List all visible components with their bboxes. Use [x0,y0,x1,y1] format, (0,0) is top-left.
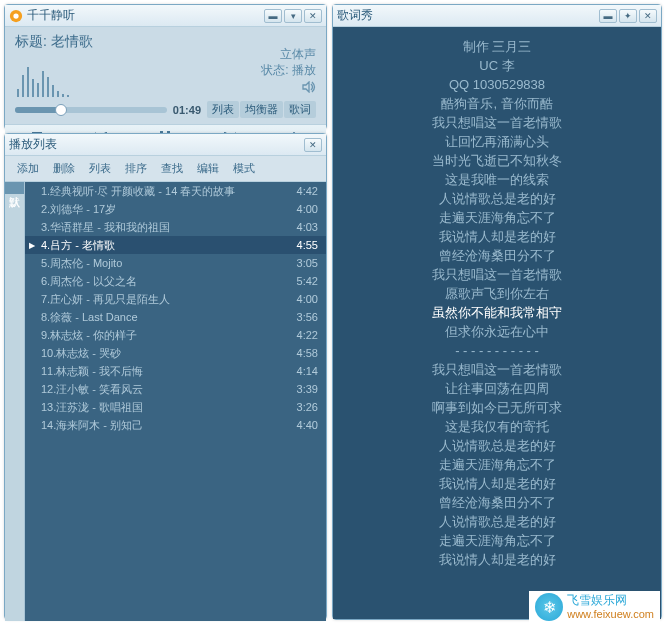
lyric-line: 这是我唯一的线索 [339,170,655,189]
track-row[interactable]: 12.汪小敏 - 笑看风云3:39 [25,380,326,398]
track-row[interactable]: 8.徐薇 - Last Dance3:56 [25,308,326,326]
menu-item[interactable]: 查找 [157,160,187,177]
track-name: 1.经典视听·尽 开颜收藏 - 14 春天的故事 [41,184,291,199]
tab-lyrics[interactable]: 歌词 [284,101,316,118]
track-row[interactable]: 14.海来阿木 - 别知己4:40 [25,416,326,434]
lyric-line: 我说情人却是老的好 [339,227,655,246]
track-row[interactable]: 13.汪苏泷 - 歌唱祖国3:26 [25,398,326,416]
lyrics-pin-button[interactable]: ✦ [619,9,637,23]
track-row[interactable]: 10.林志炫 - 哭砂4:58 [25,344,326,362]
track-name: 11.林志颖 - 我不后悔 [41,364,291,379]
track-duration: 5:42 [297,275,318,287]
track-name: 8.徐薇 - Last Dance [41,310,291,325]
lyric-line: 让回忆再涌满心头 [339,132,655,151]
lyric-line: 我说情人却是老的好 [339,474,655,493]
track-row[interactable]: 1.经典视听·尽 开颜收藏 - 14 春天的故事4:42 [25,182,326,200]
track-duration: 4:58 [297,347,318,359]
app-title: 千千静听 [27,7,264,24]
track-name: 2.刘德华 - 17岁 [41,202,291,217]
menu-item[interactable]: 模式 [229,160,259,177]
menu-item[interactable]: 排序 [121,160,151,177]
lyric-line: 愿歌声飞到你左右 [339,284,655,303]
lyric-line: 酷狗音乐, 音你而酷 [339,94,655,113]
player-titlebar[interactable]: 千千静听 ▬ ▾ ✕ [5,5,326,27]
lyric-line: 我说情人却是老的好 [339,550,655,569]
track-duration: 4:40 [297,419,318,431]
track-duration: 3:26 [297,401,318,413]
track-duration: 4:00 [297,293,318,305]
lyric-line: 人说情歌总是老的好 [339,512,655,531]
lyric-line: 啊事到如今已无所可求 [339,398,655,417]
menu-item[interactable]: 编辑 [193,160,223,177]
spectrum-visualizer [15,59,261,97]
tab-playlist[interactable]: 列表 [207,101,239,118]
minimize-button[interactable]: ▬ [264,9,282,23]
playlist-close-button[interactable]: ✕ [304,138,322,152]
progress-slider[interactable] [15,107,167,113]
lyric-line: 曾经沧海桑田分不了 [339,246,655,265]
watermark: ❄ 飞雪娱乐网 www.feixuew.com [529,591,660,623]
track-name: 12.汪小敏 - 笑看风云 [41,382,291,397]
track-row[interactable]: 3.华语群星 - 我和我的祖国4:03 [25,218,326,236]
time-display: 01:49 [173,104,201,116]
track-duration: 4:14 [297,365,318,377]
tray-button[interactable]: ▾ [284,9,302,23]
track-name: 3.华语群星 - 我和我的祖国 [41,220,291,235]
playlist-title: 播放列表 [9,136,304,153]
track-row[interactable]: 6.周杰伦 - 以父之名5:42 [25,272,326,290]
menu-item[interactable]: 添加 [13,160,43,177]
lyric-line: 但求你永远在心中 [339,322,655,341]
lyric-line: 人说情歌总是老的好 [339,189,655,208]
lyrics-min-button[interactable]: ▬ [599,9,617,23]
watermark-url: www.feixuew.com [567,607,654,621]
track-name: 13.汪苏泷 - 歌唱祖国 [41,400,291,415]
menu-item[interactable]: 删除 [49,160,79,177]
lyrics-close-button[interactable]: ✕ [639,9,657,23]
track-duration: 3:05 [297,257,318,269]
svg-point-1 [13,13,18,18]
track-name: 7.庄心妍 - 再见只是陌生人 [41,292,291,307]
track-duration: 4:03 [297,221,318,233]
menu-item[interactable]: 列表 [85,160,115,177]
track-name: 5.周杰伦 - Mojito [41,256,291,271]
track-row[interactable]: 7.庄心妍 - 再见只是陌生人4:00 [25,290,326,308]
lyric-line: - - - - - - - - - - - [339,341,655,360]
lyric-line: 曾经沧海桑田分不了 [339,493,655,512]
player-window: 千千静听 ▬ ▾ ✕ 标题: 老情歌 立体声 状态: 播放 01:49 列表 均… [4,4,327,130]
volume-icon[interactable] [302,81,316,93]
lyric-line: 当时光飞逝已不知秋冬 [339,151,655,170]
playlist-titlebar[interactable]: 播放列表 ✕ [5,134,326,156]
track-row[interactable]: 9.林志炫 - 你的样子4:22 [25,326,326,344]
track-row[interactable]: 5.周杰伦 - Mojito3:05 [25,254,326,272]
status-label: 状态: 播放 [261,62,316,78]
track-duration: 4:55 [297,239,318,251]
watermark-icon: ❄ [535,593,563,621]
playlist-side-tab[interactable]: 默认 [5,182,25,621]
track-name: 4.吕方 - 老情歌 [41,238,291,253]
lyrics-title: 歌词秀 [337,7,599,24]
track-name: 6.周杰伦 - 以父之名 [41,274,291,289]
track-duration: 3:56 [297,311,318,323]
watermark-name: 飞雪娱乐网 [567,593,654,607]
lyrics-titlebar[interactable]: 歌词秀 ▬ ✦ ✕ [333,5,661,27]
track-row[interactable]: 2.刘德华 - 17岁4:00 [25,200,326,218]
lyric-line: UC 李 [339,56,655,75]
lyric-line: 让往事回荡在四周 [339,379,655,398]
lyric-line: 走遍天涯海角忘不了 [339,208,655,227]
lyric-line: 虽然你不能和我常相守 [339,303,655,322]
track-row[interactable]: 4.吕方 - 老情歌4:55 [25,236,326,254]
tab-equalizer[interactable]: 均衡器 [240,101,283,118]
track-row[interactable]: 11.林志颖 - 我不后悔4:14 [25,362,326,380]
panel-tabs: 列表 均衡器 歌词 [207,101,316,118]
close-button[interactable]: ✕ [304,9,322,23]
lyric-line: 我只想唱这一首老情歌 [339,113,655,132]
app-logo-icon [9,9,23,23]
playlist-menubar: 添加删除列表排序查找编辑模式 [5,156,326,182]
lyric-line: 走遍天涯海角忘不了 [339,455,655,474]
track-duration: 4:00 [297,203,318,215]
stereo-label: 立体声 [261,46,316,62]
lyric-line: 走遍天涯海角忘不了 [339,531,655,550]
lyric-line: 我只想唱这一首老情歌 [339,360,655,379]
lyric-line: 制作 三月三 [339,37,655,56]
lyric-line: QQ 1030529838 [339,75,655,94]
